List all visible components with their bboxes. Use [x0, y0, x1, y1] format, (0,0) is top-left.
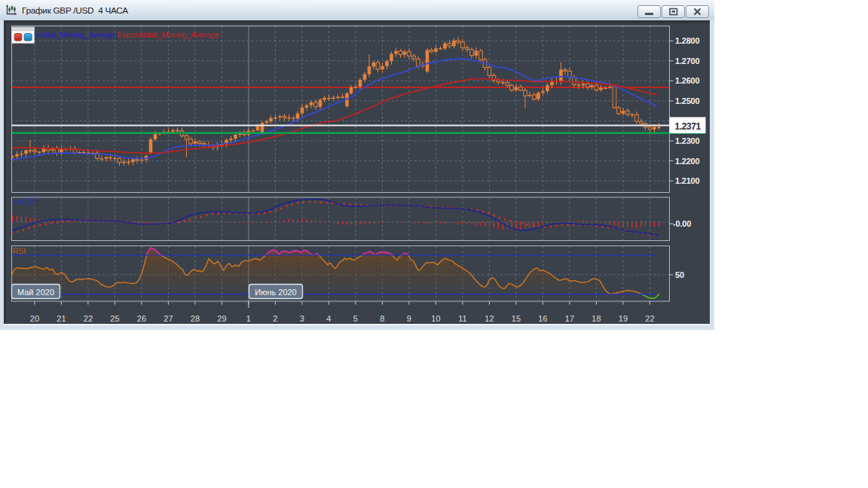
svg-text:5: 5 [353, 314, 358, 323]
svg-text:1.2800: 1.2800 [675, 36, 700, 45]
svg-text:29: 29 [217, 314, 226, 323]
svg-text:-0.00: -0.00 [673, 219, 691, 228]
svg-text:4: 4 [326, 314, 331, 323]
svg-text:15: 15 [512, 314, 521, 323]
svg-text:Июнь 2020: Июнь 2020 [255, 288, 297, 297]
svg-text:1.2100: 1.2100 [675, 176, 700, 185]
svg-text:MACD: MACD [13, 198, 35, 206]
svg-text:27: 27 [164, 314, 173, 323]
svg-text:1.2300: 1.2300 [675, 136, 700, 145]
svg-text:1.2371: 1.2371 [675, 121, 701, 132]
svg-text:3: 3 [300, 314, 304, 323]
svg-text:Май 2020: Май 2020 [17, 288, 54, 297]
svg-text:21: 21 [57, 314, 66, 323]
svg-text:RSI: RSI [13, 247, 26, 255]
svg-text:28: 28 [191, 314, 200, 323]
svg-text:1.2600: 1.2600 [675, 76, 700, 85]
svg-text:2: 2 [273, 314, 277, 323]
svg-text:16: 16 [538, 314, 547, 323]
svg-text:10: 10 [431, 314, 440, 323]
svg-text:1.2500: 1.2500 [675, 96, 700, 105]
svg-text:18: 18 [591, 314, 601, 323]
svg-text:1.2200: 1.2200 [675, 157, 700, 166]
svg-text:22: 22 [84, 314, 93, 323]
svg-text:Exponential_Moving_Average: Exponential_Moving_Average [118, 31, 220, 39]
svg-text:9: 9 [407, 314, 411, 323]
svg-text:19: 19 [619, 314, 628, 323]
svg-text:50: 50 [675, 270, 684, 279]
svg-text:12: 12 [484, 314, 494, 323]
svg-text:1.2700: 1.2700 [675, 56, 700, 66]
svg-text:25: 25 [110, 314, 119, 323]
svg-text:22: 22 [645, 314, 654, 323]
svg-text:20: 20 [30, 314, 39, 323]
svg-text:26: 26 [137, 314, 146, 323]
svg-text:1: 1 [246, 314, 251, 323]
svg-text:8: 8 [380, 314, 384, 323]
svg-text:11: 11 [458, 314, 466, 323]
svg-text:17: 17 [565, 314, 574, 323]
